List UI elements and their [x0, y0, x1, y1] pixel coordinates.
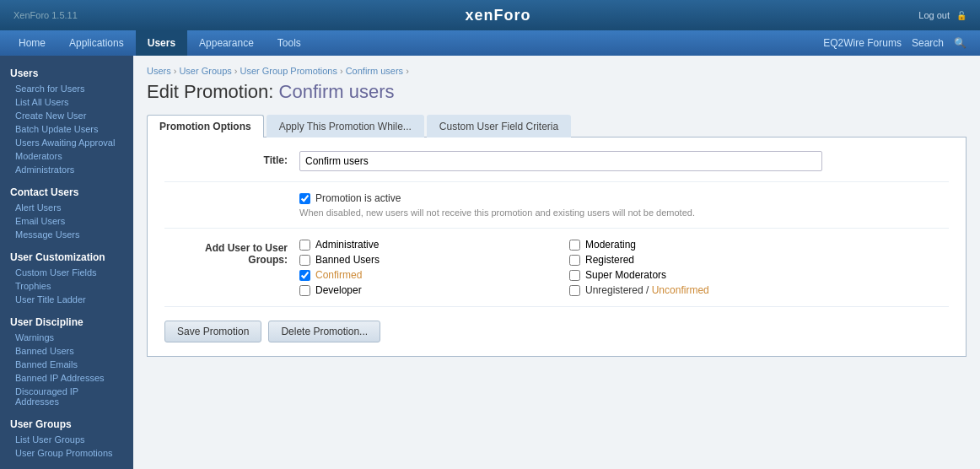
nav-item-users[interactable]: Users	[136, 30, 187, 56]
promotion-active-label-spacer	[164, 192, 299, 196]
group-checkbox-moderating[interactable]	[569, 240, 580, 251]
group-checkbox-registered[interactable]	[569, 255, 580, 266]
sidebar-link-moderators[interactable]: Moderators	[0, 149, 133, 163]
breadcrumb-item[interactable]: Users	[147, 66, 171, 76]
title-input[interactable]	[299, 151, 822, 171]
search-icon: 🔍	[954, 37, 967, 49]
breadcrumb-item[interactable]: Confirm users	[346, 66, 403, 76]
nav-item-applications[interactable]: Applications	[57, 30, 136, 56]
forum-name: EQ2Wire Forums	[823, 37, 902, 49]
breadcrumb-separator: ›	[340, 66, 343, 76]
sidebar-link-search-for-users[interactable]: Search for Users	[0, 82, 133, 95]
group-checkbox-developer[interactable]	[299, 285, 310, 296]
sidebar-section-title: Permissions	[0, 465, 133, 469]
sidebar-link-banned-emails[interactable]: Banned Emails	[0, 358, 133, 371]
version-label: XenForo 1.5.11	[13, 10, 78, 20]
form-panel: Title: Promotion is active When disabled…	[147, 137, 967, 357]
logo-suffix: Foro	[494, 7, 531, 24]
sidebar-link-list-user-groups[interactable]: List User Groups	[0, 433, 133, 446]
group-checkbox-administrative[interactable]	[299, 240, 310, 251]
sidebar-link-discouraged-ip-addresses[interactable]: Discouraged IP Addresses	[0, 385, 133, 408]
group-label-banned-users[interactable]: Banned Users	[315, 254, 380, 266]
sidebar-link-batch-update-users[interactable]: Batch Update Users	[0, 122, 133, 136]
sidebar-section-title: User Customization	[0, 246, 133, 266]
group-item-right-3: Unregistered / Unconfirmed	[569, 284, 805, 296]
tab-promotion-options[interactable]: Promotion Options	[147, 115, 264, 137]
sidebar: UsersSearch for UsersList All UsersCreat…	[0, 56, 133, 469]
group-item-right-2: Super Moderators	[569, 269, 805, 281]
groups-grid: AdministrativeModeratingBanned UsersRegi…	[299, 239, 805, 296]
page-title: Edit Promotion: Confirm users	[147, 81, 967, 103]
sidebar-link-warnings[interactable]: Warnings	[0, 331, 133, 344]
sidebar-link-create-new-user[interactable]: Create New User	[0, 109, 133, 122]
save-promotion-button[interactable]: Save Promotion	[164, 321, 261, 342]
tab-bar: Promotion OptionsApply This Promotion Wh…	[147, 115, 967, 137]
breadcrumb-item[interactable]: User Groups	[179, 66, 231, 76]
group-label-registered[interactable]: Registered	[585, 254, 634, 266]
group-checkbox-unregistered[interactable]	[569, 285, 580, 296]
promotion-hint: When disabled, new users will not receiv…	[299, 208, 949, 218]
sidebar-link-users-awaiting-approval[interactable]: Users Awaiting Approval	[0, 136, 133, 149]
nav-right: EQ2Wire Forums Search 🔍	[816, 30, 973, 56]
nav-item-tools[interactable]: Tools	[266, 30, 313, 56]
sidebar-link-banned-users[interactable]: Banned Users	[0, 344, 133, 358]
delete-promotion-button[interactable]: Delete Promotion...	[268, 321, 380, 342]
group-label-confirmed[interactable]: Confirmed	[315, 269, 362, 281]
logout-icon: 🔓	[956, 11, 967, 20]
breadcrumb-item[interactable]: User Group Promotions	[240, 66, 337, 76]
nav-item-home[interactable]: Home	[7, 30, 57, 56]
title-field	[299, 151, 949, 171]
group-checkbox-confirmed[interactable]	[299, 270, 310, 281]
sidebar-link-user-group-promotions[interactable]: User Group Promotions	[0, 446, 133, 460]
group-label-developer[interactable]: Developer	[315, 284, 362, 296]
group-item-right-1: Registered	[569, 254, 805, 266]
group-label-administrative[interactable]: Administrative	[315, 239, 379, 251]
group-item-left-0: Administrative	[299, 239, 536, 251]
sidebar-section-title: Contact Users	[0, 181, 133, 201]
group-item-right-0: Moderating	[569, 239, 805, 251]
logout-link[interactable]: Log out	[918, 10, 950, 20]
group-item-left-2: Confirmed	[299, 269, 536, 281]
sidebar-link-trophies[interactable]: Trophies	[0, 279, 133, 293]
nav-left: HomeApplicationsUsersAppearanceTools	[7, 30, 313, 56]
logo-prefix: xen	[466, 7, 494, 24]
promotion-active-checkbox-row: Promotion is active	[299, 192, 949, 204]
title-row: Title:	[164, 151, 949, 182]
group-item-left-1: Banned Users	[299, 254, 536, 266]
sidebar-link-email-users[interactable]: Email Users	[0, 214, 133, 228]
title-label: Title:	[164, 151, 299, 166]
group-checkbox-super-moderators[interactable]	[569, 270, 580, 281]
page-title-highlight: Confirm users	[279, 81, 395, 102]
sidebar-link-administrators[interactable]: Administrators	[0, 163, 133, 176]
group-checkbox-banned-users[interactable]	[299, 255, 310, 266]
promotion-active-row: Promotion is active When disabled, new u…	[164, 192, 949, 229]
breadcrumb-separator: ›	[234, 66, 238, 76]
promotion-active-text[interactable]: Promotion is active	[315, 192, 401, 204]
logo: xenForo	[466, 7, 531, 24]
breadcrumb-separator: ›	[406, 66, 409, 76]
group-label-unregistered[interactable]: Unregistered / Unconfirmed	[585, 284, 709, 296]
layout: UsersSearch for UsersList All UsersCreat…	[0, 56, 980, 469]
nav-item-appearance[interactable]: Appearance	[187, 30, 266, 56]
search-link[interactable]: Search	[912, 37, 944, 49]
action-buttons: Save Promotion Delete Promotion...	[164, 321, 949, 342]
promotion-active-checkbox[interactable]	[299, 193, 310, 204]
add-groups-field: AdministrativeModeratingBanned UsersRegi…	[299, 239, 949, 296]
top-header: XenForo 1.5.11 xenForo Log out 🔓	[0, 0, 980, 30]
group-item-left-3: Developer	[299, 284, 536, 296]
tab-custom-user-field[interactable]: Custom User Field Criteria	[427, 115, 571, 137]
page-title-static: Edit Promotion:	[147, 81, 273, 102]
sidebar-link-custom-user-fields[interactable]: Custom User Fields	[0, 266, 133, 279]
sidebar-link-list-all-users[interactable]: List All Users	[0, 95, 133, 109]
sidebar-link-banned-ip-addresses[interactable]: Banned IP Addresses	[0, 371, 133, 385]
group-label-super-moderators[interactable]: Super Moderators	[585, 269, 666, 281]
group-label-moderating[interactable]: Moderating	[585, 239, 636, 251]
sidebar-link-user-title-ladder[interactable]: User Title Ladder	[0, 293, 133, 306]
main-content: Users›User Groups›User Group Promotions›…	[133, 56, 980, 469]
sidebar-section-title: User Discipline	[0, 311, 133, 331]
header-right: Log out 🔓	[918, 10, 967, 20]
sidebar-link-message-users[interactable]: Message Users	[0, 228, 133, 241]
sidebar-link-alert-users[interactable]: Alert Users	[0, 201, 133, 214]
tab-apply-promotion[interactable]: Apply This Promotion While...	[267, 115, 424, 137]
sidebar-section-title: User Groups	[0, 413, 133, 433]
